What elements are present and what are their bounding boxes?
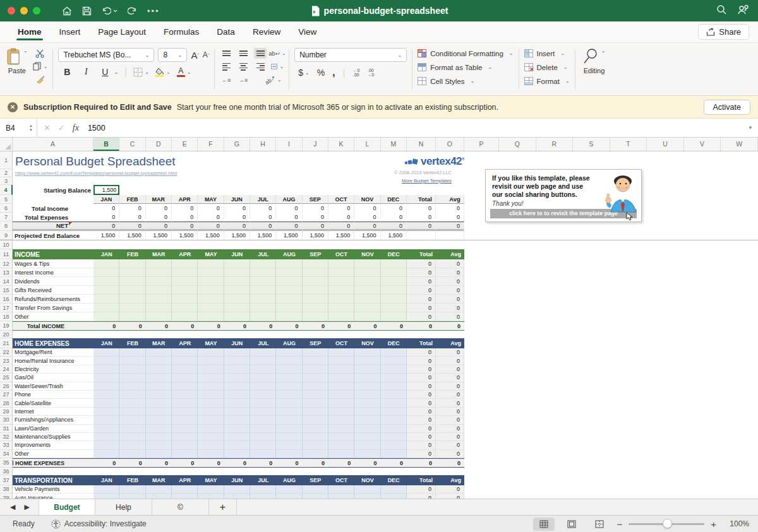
- cell[interactable]: [381, 391, 407, 399]
- cell[interactable]: 0: [436, 321, 464, 331]
- column-header[interactable]: F: [198, 138, 224, 151]
- cell[interactable]: 0: [198, 321, 224, 331]
- cell[interactable]: [328, 365, 354, 374]
- cell[interactable]: [303, 391, 328, 399]
- cell[interactable]: SEP: [303, 249, 328, 259]
- column-header[interactable]: I: [276, 138, 302, 151]
- cell[interactable]: [146, 357, 172, 365]
- cell[interactable]: [250, 399, 276, 407]
- column-header[interactable]: Q: [499, 138, 536, 151]
- cell[interactable]: [276, 399, 302, 407]
- cell[interactable]: Refunds/Reimbursements: [13, 295, 93, 304]
- row-header[interactable]: 7: [0, 213, 13, 222]
- cell[interactable]: MAY: [198, 338, 224, 348]
- cell[interactable]: FEB: [119, 195, 145, 204]
- zoom-slider-knob[interactable]: [663, 519, 672, 528]
- cell[interactable]: OCT: [328, 475, 354, 485]
- cell[interactable]: APR: [172, 195, 198, 204]
- cell[interactable]: [119, 286, 145, 295]
- cell[interactable]: 0: [328, 458, 354, 468]
- row-header[interactable]: 32: [0, 433, 13, 441]
- cell[interactable]: MAY: [198, 195, 224, 204]
- cell[interactable]: [250, 494, 276, 499]
- cell[interactable]: 0: [436, 304, 464, 312]
- cell[interactable]: [464, 268, 758, 277]
- cell[interactable]: [303, 304, 328, 312]
- undo-button[interactable]: [102, 6, 117, 15]
- cell[interactable]: 0: [146, 213, 172, 222]
- cell[interactable]: SEP: [303, 195, 328, 204]
- cell[interactable]: 1,500: [119, 231, 145, 240]
- column-header[interactable]: V: [684, 138, 721, 151]
- cell[interactable]: Avg: [436, 475, 464, 485]
- name-box[interactable]: B4: [0, 124, 29, 133]
- cell[interactable]: 0: [436, 425, 464, 433]
- next-sheet-arrow[interactable]: ▶: [24, 503, 29, 511]
- cell[interactable]: Cable/Satellite: [13, 399, 93, 407]
- align-middle-button[interactable]: [237, 48, 250, 59]
- cell[interactable]: [198, 494, 224, 499]
- cell[interactable]: [198, 304, 224, 312]
- cell[interactable]: [354, 485, 380, 494]
- text-orientation-button[interactable]: ab↗⌄: [267, 74, 279, 85]
- cell[interactable]: [119, 425, 145, 433]
- cell[interactable]: NOV: [354, 338, 380, 348]
- cell[interactable]: 0: [436, 213, 464, 222]
- cell[interactable]: Electricity: [13, 365, 93, 374]
- cell[interactable]: 1,500: [198, 231, 224, 240]
- cell[interactable]: JUN: [224, 338, 250, 348]
- cell[interactable]: MAY: [198, 249, 224, 259]
- cell[interactable]: [303, 408, 328, 416]
- cell[interactable]: 0: [407, 450, 436, 458]
- cell[interactable]: 0: [172, 213, 198, 222]
- page-break-view-button[interactable]: [589, 517, 610, 531]
- cell[interactable]: JAN: [93, 195, 119, 204]
- font-name-select[interactable]: Trebuchet MS (Bo...⌄: [58, 48, 154, 62]
- row-header[interactable]: 5: [0, 195, 13, 204]
- cell[interactable]: AUG: [276, 475, 302, 485]
- cell[interactable]: [381, 485, 407, 494]
- cell[interactable]: APR: [172, 249, 198, 259]
- cell[interactable]: [354, 433, 380, 441]
- cell[interactable]: Interest Income: [13, 268, 93, 277]
- decrease-indent-button[interactable]: ←≡: [220, 74, 232, 85]
- align-top-button[interactable]: [220, 48, 232, 59]
- cell[interactable]: [198, 259, 224, 268]
- tab-home[interactable]: Home: [9, 22, 51, 42]
- cell[interactable]: JUN: [224, 195, 250, 204]
- align-left-button[interactable]: [220, 61, 232, 72]
- cell[interactable]: [381, 374, 407, 382]
- cell[interactable]: [328, 357, 354, 365]
- cell[interactable]: DEC: [381, 475, 407, 485]
- cell[interactable]: 1,500: [276, 231, 302, 240]
- sheet-tab-copyright[interactable]: ©: [152, 499, 209, 515]
- cell[interactable]: [464, 249, 758, 259]
- cell[interactable]: [381, 259, 407, 268]
- cell[interactable]: [276, 277, 302, 286]
- row-header[interactable]: 14: [0, 277, 13, 286]
- cell[interactable]: 0: [436, 374, 464, 382]
- align-center-button[interactable]: [237, 61, 250, 72]
- cell[interactable]: [224, 357, 250, 365]
- borders-button[interactable]: ⌄: [133, 68, 149, 77]
- cell[interactable]: 0: [224, 204, 250, 213]
- cell[interactable]: APR: [172, 475, 198, 485]
- cell[interactable]: [172, 348, 198, 357]
- column-header[interactable]: R: [536, 138, 574, 151]
- cell[interactable]: [119, 399, 145, 407]
- cell[interactable]: [146, 485, 172, 494]
- cell[interactable]: Total: [407, 338, 436, 348]
- cell[interactable]: [146, 277, 172, 286]
- cell[interactable]: 0: [354, 458, 380, 468]
- cell[interactable]: [381, 277, 407, 286]
- cell[interactable]: [146, 399, 172, 407]
- cell[interactable]: [119, 357, 145, 365]
- cell[interactable]: [276, 425, 302, 433]
- cell[interactable]: [381, 433, 407, 441]
- sheet-tab-help[interactable]: Help: [95, 499, 152, 515]
- percent-button[interactable]: %: [317, 68, 325, 78]
- cell[interactable]: DEC: [381, 195, 407, 204]
- row-header[interactable]: 34: [0, 450, 13, 458]
- cell[interactable]: [119, 433, 145, 441]
- cell[interactable]: 0: [276, 458, 302, 468]
